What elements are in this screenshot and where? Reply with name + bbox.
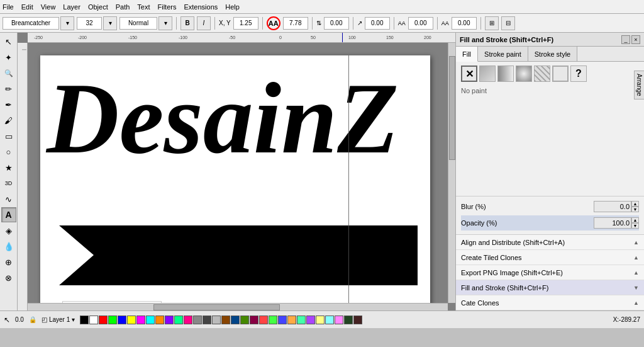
export-png-item[interactable]: Export PNG Image (Shift+Ctrl+E) ▲ xyxy=(456,265,644,280)
panel-close-button[interactable]: × xyxy=(631,35,640,44)
menu-view[interactable]: View xyxy=(41,3,56,11)
palette-color-swatch[interactable] xyxy=(297,316,306,324)
menu-layer[interactable]: Layer xyxy=(63,3,80,11)
font-size-input[interactable] xyxy=(77,17,102,30)
aa3-input[interactable] xyxy=(452,17,477,30)
text-tool[interactable]: A xyxy=(1,207,16,222)
font-style-input[interactable] xyxy=(119,17,157,30)
align-left-button[interactable]: ⊞ xyxy=(485,16,499,30)
palette-color-swatch[interactable] xyxy=(108,316,117,324)
menu-file[interactable]: File xyxy=(3,3,14,11)
palette-color-swatch[interactable] xyxy=(99,316,108,324)
palette-color-swatch[interactable] xyxy=(80,316,89,324)
spray-tool[interactable]: ⊗ xyxy=(1,270,16,285)
hscroll-thumb[interactable] xyxy=(153,304,279,310)
canvas-scroll[interactable]: DesainZ BLOGSPOT.COM xyxy=(28,43,448,303)
align-right-button[interactable]: ⊟ xyxy=(501,16,515,30)
palette-color-swatch[interactable] xyxy=(269,316,277,324)
palette-color-swatch[interactable] xyxy=(325,316,334,324)
menu-help[interactable]: Help xyxy=(225,3,240,11)
dropper-tool[interactable]: 💧 xyxy=(1,239,16,254)
palette-color-swatch[interactable] xyxy=(155,316,164,324)
palette-color-swatch[interactable] xyxy=(231,316,240,324)
palette-color-swatch[interactable] xyxy=(146,316,155,324)
blur-down-button[interactable]: ▼ xyxy=(631,207,639,212)
font-name-input[interactable] xyxy=(3,17,59,30)
menu-edit[interactable]: Edit xyxy=(21,3,33,11)
tab-fill[interactable]: Fill xyxy=(456,47,478,62)
italic-button[interactable]: I xyxy=(197,16,211,30)
horizontal-scrollbar[interactable] xyxy=(28,303,448,310)
rect-tool[interactable]: ▭ xyxy=(1,128,16,144)
palette-color-swatch[interactable] xyxy=(259,316,268,324)
menu-extensions[interactable]: Extensions xyxy=(184,3,218,11)
palette-color-swatch[interactable] xyxy=(316,316,325,324)
menu-filters[interactable]: Filters xyxy=(158,3,177,11)
palette-color-swatch[interactable] xyxy=(193,316,202,324)
palette-color-swatch[interactable] xyxy=(89,316,98,324)
gradient-tool[interactable]: ◈ xyxy=(1,223,16,238)
aa-value-input[interactable] xyxy=(283,17,308,30)
palette-color-swatch[interactable] xyxy=(174,316,183,324)
cate-clones-item[interactable]: Cate Clones ▲ xyxy=(456,295,644,310)
palette-color-swatch[interactable] xyxy=(203,316,211,324)
menu-object[interactable]: Object xyxy=(88,3,108,11)
circle-tool[interactable]: ○ xyxy=(1,144,16,159)
menu-path[interactable]: Path xyxy=(116,3,130,11)
spiral-tool[interactable]: ∿ xyxy=(1,191,16,207)
palette-color-swatch[interactable] xyxy=(165,316,174,324)
calligraphy-tool[interactable]: 🖌 xyxy=(1,113,16,128)
blur-input[interactable] xyxy=(594,201,631,212)
select-tool[interactable]: ↖ xyxy=(1,34,16,49)
node-tool[interactable]: ✦ xyxy=(1,50,16,65)
pencil-tool[interactable]: ✏ xyxy=(1,81,16,96)
opacity-input[interactable] xyxy=(594,217,631,229)
palette-color-swatch[interactable] xyxy=(184,316,192,324)
arrange-tab[interactable]: Arrange xyxy=(634,71,644,100)
3d-tool[interactable]: 3D xyxy=(1,176,16,191)
create-tiled-clones-item[interactable]: Create Tiled Clones ▲ xyxy=(456,250,644,265)
tab-stroke-paint[interactable]: Stroke paint xyxy=(478,47,528,61)
palette-color-swatch[interactable] xyxy=(353,316,362,324)
pattern-button[interactable] xyxy=(534,65,550,82)
menu-text[interactable]: Text xyxy=(137,3,150,11)
connector-tool[interactable]: ⊕ xyxy=(1,254,16,270)
palette-color-swatch[interactable] xyxy=(221,316,230,324)
font-size-dropdown[interactable]: ▾ xyxy=(103,16,117,30)
palette-color-swatch[interactable] xyxy=(306,316,315,324)
palette-color-swatch[interactable] xyxy=(127,316,136,324)
palette-color-swatch[interactable] xyxy=(278,316,287,324)
bold-button[interactable]: B xyxy=(180,16,194,30)
no-paint-button[interactable]: ✕ xyxy=(461,65,477,82)
opacity-up-button[interactable]: ▲ xyxy=(631,217,639,223)
design-title-text[interactable]: DesainZ xyxy=(47,68,430,169)
status-layer[interactable]: ◰ Layer 1 ▾ xyxy=(42,316,75,323)
unknown-button[interactable]: ? xyxy=(570,65,587,82)
palette-color-swatch[interactable] xyxy=(212,316,221,324)
zoom-tool[interactable]: 🔍 xyxy=(1,65,16,81)
x-input[interactable] xyxy=(233,17,258,30)
tab-stroke-style[interactable]: Stroke style xyxy=(528,47,577,61)
flat-color-button[interactable] xyxy=(479,65,496,82)
palette-color-swatch[interactable] xyxy=(136,316,145,324)
linear-gradient-button[interactable] xyxy=(497,65,514,82)
vscroll-thumb[interactable] xyxy=(449,56,455,160)
palette-color-swatch[interactable] xyxy=(335,316,343,324)
swatch-button[interactable] xyxy=(552,65,569,82)
angle-input[interactable] xyxy=(324,17,349,30)
palette-color-swatch[interactable] xyxy=(240,316,249,324)
palette-color-swatch[interactable] xyxy=(250,316,258,324)
pen-tool[interactable]: ✒ xyxy=(1,97,16,112)
star-tool[interactable]: ★ xyxy=(1,160,16,175)
opacity-down-button[interactable]: ▼ xyxy=(631,223,639,229)
aa2-input[interactable] xyxy=(408,17,433,30)
panel-minimize-button[interactable]: _ xyxy=(621,35,630,44)
palette-color-swatch[interactable] xyxy=(344,316,353,324)
font-style-dropdown[interactable]: ▾ xyxy=(158,16,172,30)
align-distribute-item[interactable]: Align and Distribute (Shift+Ctrl+A) ▲ xyxy=(456,235,644,250)
palette-color-swatch[interactable] xyxy=(118,316,126,324)
vertical-scrollbar[interactable] xyxy=(448,43,455,303)
angle2-input[interactable] xyxy=(365,17,390,30)
fill-stroke-item[interactable]: Fill and Stroke (Shift+Ctrl+F) ▼ xyxy=(456,280,644,295)
radial-gradient-button[interactable] xyxy=(516,65,532,82)
